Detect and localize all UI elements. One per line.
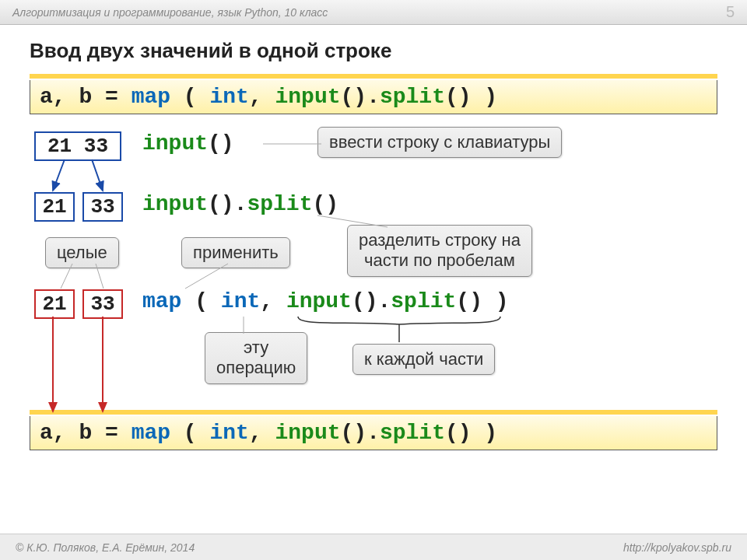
code-bar-bottom: a, b = map ( int, input().split() ) [30, 416, 717, 450]
code-bar-top: a, b = map ( int, input().split() ) [30, 80, 717, 114]
callout-each: к каждой части [352, 344, 495, 375]
map-box-2: 33 [82, 289, 123, 319]
svg-line-0 [53, 159, 65, 191]
code-row3: map ( int, input().split() ) [142, 289, 509, 313]
callout-integers: целые [45, 237, 119, 268]
callout-split-desc: разделить строку на части по пробелам [347, 225, 532, 277]
header: Алгоритмизация и программирование, язык … [0, 0, 747, 25]
svg-line-1 [92, 159, 103, 191]
input-box-1: 21 33 [34, 131, 121, 161]
split-box-1: 21 [34, 192, 75, 222]
code-row1: input() [142, 131, 234, 156]
callout-op: эту операцию [205, 332, 307, 384]
footer-right: http://kpolyakov.spb.ru [623, 541, 731, 554]
split-box-2: 33 [82, 192, 123, 222]
callout-apply: применить [181, 237, 290, 268]
footer-left: © К.Ю. Поляков, Е.А. Ерёмин, 2014 [16, 541, 195, 554]
code-row2: input().split() [142, 192, 338, 216]
yellow-line-1 [30, 74, 717, 79]
header-title: Алгоритмизация и программирование, язык … [12, 6, 328, 19]
footer: © К.Ю. Поляков, Е.А. Ерёмин, 2014 http:/… [0, 534, 747, 560]
callout-input: ввести строку с клавиатуры [317, 127, 562, 158]
yellow-line-2 [30, 410, 717, 415]
page-number: 5 [726, 3, 735, 21]
map-box-1: 21 [34, 289, 75, 319]
slide-title: Ввод двух значений в одной строке [30, 39, 717, 63]
